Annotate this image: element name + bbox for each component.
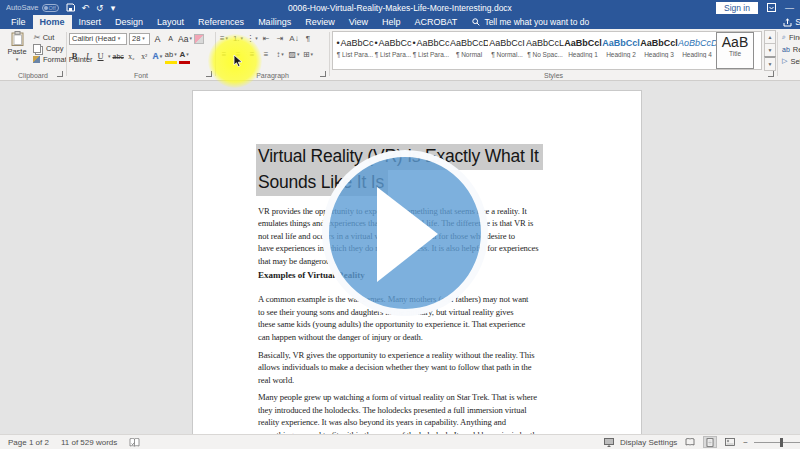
- tab-review[interactable]: Review: [298, 15, 342, 29]
- highlight-color-button[interactable]: ab▾: [165, 48, 177, 64]
- title-bar: AutoSave Off ↶ ↺ ▾ 0006-How-Virtual-Real…: [0, 0, 800, 15]
- tab-insert[interactable]: Insert: [72, 15, 109, 29]
- ribbon-display-options-icon[interactable]: [767, 3, 776, 12]
- style-normal[interactable]: AaBbCcD ¶ Normal: [450, 33, 488, 69]
- font-size-combo[interactable]: 28▾: [129, 33, 150, 45]
- select-button[interactable]: ▷Select: [782, 56, 800, 66]
- dialog-launcher-icon[interactable]: [57, 71, 63, 77]
- word-count[interactable]: 11 of 529 words: [61, 438, 117, 447]
- style-name: Heading 3: [640, 51, 678, 58]
- style-preview: AaBbCcl: [564, 36, 602, 51]
- subscript-button[interactable]: x₂: [126, 50, 137, 63]
- dropdown-arrow-icon: ▾: [160, 54, 163, 59]
- italic-button[interactable]: I: [82, 50, 93, 63]
- clear-formatting-button[interactable]: [194, 32, 205, 45]
- tab-mailings[interactable]: Mailings: [251, 15, 298, 29]
- proofing-errors-icon[interactable]: [129, 438, 140, 447]
- cut-label: Cut: [43, 33, 55, 42]
- style-heading-4[interactable]: AoBbCcD Heading 4: [678, 33, 716, 69]
- doc-line: allows individuals to make a decision wh…: [258, 361, 601, 373]
- doc-line: can happen without the danger of injury …: [258, 331, 601, 343]
- tab-references[interactable]: References: [191, 15, 251, 29]
- select-label: Select: [790, 57, 800, 66]
- shrink-font-button[interactable]: A: [165, 32, 176, 45]
- tab-help[interactable]: Help: [375, 15, 408, 29]
- styles-gallery-scroll: ▲ ▼ ▼: [764, 31, 776, 71]
- style-preview: AaBbCc: [379, 38, 412, 48]
- font-name-combo[interactable]: Calibri (Head▾: [69, 33, 127, 45]
- web-layout-button[interactable]: [723, 436, 737, 448]
- show-hide-marks-button[interactable]: ¶: [302, 32, 314, 45]
- underline-icon: U: [97, 51, 103, 61]
- style-name: ¶ List Para...: [336, 51, 374, 58]
- shading-button[interactable]: ▨▾: [288, 48, 300, 61]
- style-title-selected[interactable]: AaB Title: [716, 32, 754, 69]
- gallery-scroll-up-icon[interactable]: ▲: [764, 30, 776, 44]
- customize-quick-access-icon[interactable]: ▾: [111, 3, 116, 13]
- sort-button[interactable]: A↓: [288, 32, 300, 45]
- borders-button[interactable]: ⊞▾: [302, 48, 314, 61]
- doc-line: they introduced the holodecks. The holod…: [258, 404, 601, 416]
- underline-button[interactable]: U: [95, 50, 106, 63]
- minimize-button[interactable]: —: [785, 4, 794, 12]
- tell-me-box[interactable]: Tell me what you want to do: [464, 15, 597, 29]
- format-painter-icon: [33, 56, 40, 63]
- read-mode-button[interactable]: [683, 436, 697, 448]
- copy-icon: [33, 44, 41, 53]
- styles-gallery: •AaBbCc ¶ List Para... •AaBbCc ¶ List Pa…: [332, 31, 762, 70]
- find-button[interactable]: ⌕Find: [782, 32, 800, 42]
- tab-acrobat[interactable]: ACROBAT: [408, 15, 465, 29]
- style-list-paragraph-1[interactable]: •AaBbCc ¶ List Para...: [336, 33, 374, 69]
- status-bar: Page 1 of 2 11 of 529 words Display Sett…: [0, 434, 800, 449]
- sign-in-button[interactable]: Sign in: [716, 2, 758, 14]
- strikethrough-button[interactable]: abc: [113, 50, 124, 63]
- dialog-launcher-icon[interactable]: [320, 71, 326, 77]
- decrease-indent-button[interactable]: ⇤: [260, 32, 272, 45]
- page-indicator[interactable]: Page 1 of 2: [8, 438, 49, 447]
- clear-formatting-icon: [194, 34, 204, 44]
- redo-icon[interactable]: ↺: [96, 3, 104, 13]
- style-list-paragraph-2[interactable]: •AaBbCc ¶ List Para...: [374, 33, 412, 69]
- undo-icon[interactable]: ↶: [82, 3, 90, 13]
- line-spacing-button[interactable]: ↕▾: [274, 48, 286, 61]
- print-layout-button[interactable]: [703, 436, 717, 448]
- zoom-out-button[interactable]: −: [743, 438, 748, 447]
- bold-button[interactable]: B: [69, 50, 80, 63]
- save-icon[interactable]: [66, 3, 75, 12]
- style-no-spacing[interactable]: AaBbCcL ¶ No Spac...: [526, 33, 564, 69]
- tab-home[interactable]: Home: [33, 15, 72, 29]
- zoom-slider[interactable]: [754, 436, 800, 448]
- gallery-more-icon[interactable]: ▼: [764, 56, 776, 71]
- font-color-button[interactable]: A▾: [179, 48, 190, 64]
- text-effects-button[interactable]: A▾: [152, 50, 163, 63]
- find-label: Find: [789, 33, 800, 42]
- gallery-scroll-down-icon[interactable]: ▼: [764, 43, 776, 57]
- increase-indent-button[interactable]: ⇥: [274, 32, 286, 45]
- style-heading-3[interactable]: AaBbCcl Heading 3: [640, 33, 678, 69]
- tab-design[interactable]: Design: [108, 15, 150, 29]
- shading-icon: ▨: [288, 50, 296, 59]
- display-settings-button[interactable]: Display Settings: [620, 438, 677, 447]
- change-case-button[interactable]: Aa▾: [178, 32, 192, 45]
- style-preview: AaBbCcl: [602, 36, 640, 51]
- style-list-paragraph-3[interactable]: •AaBbCc ¶ List Para...: [412, 33, 450, 69]
- style-heading-1[interactable]: AaBbCcl Heading 1: [564, 33, 602, 69]
- grow-font-button[interactable]: A: [152, 32, 163, 45]
- style-normal-2[interactable]: AaBbCcI ¶ Normal...: [488, 33, 526, 69]
- text-effects-icon: A: [152, 51, 158, 61]
- font-name-value: Calibri (Head: [72, 34, 116, 43]
- tab-file[interactable]: File: [4, 15, 33, 29]
- tab-layout[interactable]: Layout: [150, 15, 191, 29]
- autosave-toggle[interactable]: AutoSave Off: [6, 3, 59, 12]
- superscript-button[interactable]: x²: [139, 50, 150, 63]
- style-heading-2[interactable]: AaBbCcl Heading 2: [602, 33, 640, 69]
- play-button-overlay[interactable]: [322, 150, 488, 316]
- zoom-slider-handle[interactable]: [780, 438, 783, 447]
- word-window: AutoSave Off ↶ ↺ ▾ 0006-How-Virtual-Real…: [0, 0, 800, 449]
- paste-button[interactable]: Paste ▾: [3, 31, 31, 71]
- dialog-launcher-icon[interactable]: [768, 71, 774, 77]
- replace-button[interactable]: abReplace: [782, 44, 800, 54]
- share-button[interactable]: Share: [783, 15, 800, 29]
- tab-view[interactable]: View: [342, 15, 375, 29]
- cut-icon: ✂: [33, 33, 40, 42]
